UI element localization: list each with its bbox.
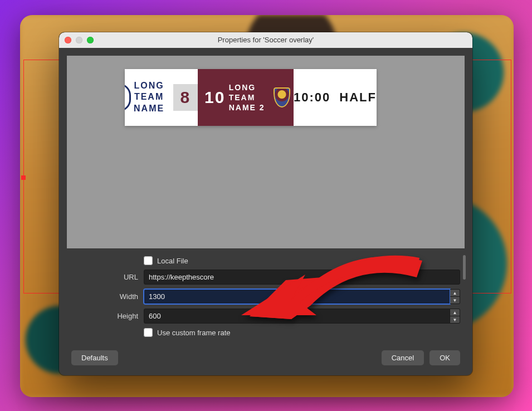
window-title: Properties for 'Soccer overlay' — [59, 36, 472, 44]
height-label: Height — [71, 312, 144, 320]
game-period: HALF — [339, 90, 377, 105]
properties-form: Local File URL Width ▲ ▼ Heigh — [59, 248, 472, 347]
custom-frame-rate-label: Use custom frame rate — [157, 329, 231, 337]
properties-dialog: Properties for 'Soccer overlay' LONG TEA… — [59, 32, 472, 375]
chevron-up-icon[interactable]: ▲ — [450, 309, 460, 316]
window-zoom-icon[interactable] — [87, 37, 94, 43]
team2-score: 10 — [201, 88, 229, 107]
defaults-button[interactable]: Defaults — [71, 350, 118, 365]
titlebar: Properties for 'Soccer overlay' — [59, 32, 472, 48]
team2-badge-icon — [274, 87, 290, 107]
custom-frame-rate-checkbox[interactable] — [144, 328, 153, 337]
local-file-label: Local File — [157, 257, 188, 265]
game-clock: 10:00 — [294, 90, 330, 105]
url-label: URL — [71, 273, 144, 281]
width-input[interactable] — [144, 289, 450, 304]
height-stepper[interactable]: ▲ ▼ — [450, 309, 460, 324]
chevron-up-icon[interactable]: ▲ — [450, 290, 460, 297]
width-label: Width — [71, 292, 144, 301]
team2-name: LONG TEAM NAME 2 — [229, 82, 274, 113]
window-close-icon[interactable] — [65, 37, 71, 43]
local-file-checkbox[interactable] — [144, 256, 153, 265]
scoreboard-overlay: LONG TEAM NAME 8 10 LONG TEAM NAME 2 10:… — [125, 69, 377, 126]
dialog-footer: Defaults Cancel OK — [59, 347, 472, 375]
team1-score: 8 — [173, 84, 198, 111]
ok-button[interactable]: OK — [429, 350, 460, 365]
scrollbar[interactable] — [463, 255, 466, 280]
resize-handle[interactable] — [21, 175, 26, 180]
chevron-down-icon[interactable]: ▼ — [450, 297, 460, 304]
width-stepper[interactable]: ▲ ▼ — [450, 289, 460, 304]
cancel-button[interactable]: Cancel — [382, 350, 424, 365]
window-minimize-icon — [76, 37, 82, 43]
url-input[interactable] — [144, 270, 460, 285]
source-preview: LONG TEAM NAME 8 10 LONG TEAM NAME 2 10:… — [67, 56, 465, 248]
chevron-down-icon[interactable]: ▼ — [450, 316, 460, 323]
height-input[interactable] — [144, 309, 450, 324]
team1-name: LONG TEAM NAME — [125, 69, 173, 126]
